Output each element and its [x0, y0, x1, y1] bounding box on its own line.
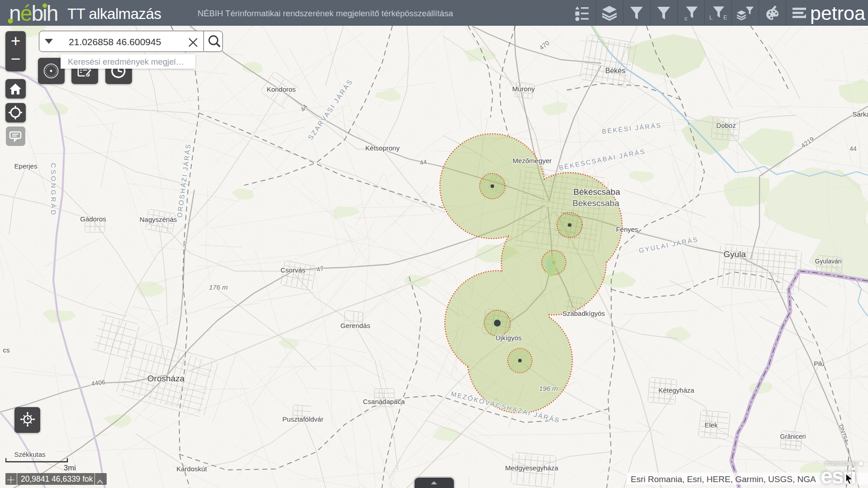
- svg-text:Mezőmegyer: Mezőmegyer: [513, 157, 552, 164]
- svg-text:Gádoros: Gádoros: [80, 215, 106, 223]
- svg-text:Gerendás: Gerendás: [340, 322, 370, 329]
- svg-text:Eperjes: Eperjes: [14, 162, 38, 170]
- svg-text:Nagyszénás: Nagyszénás: [140, 216, 177, 223]
- svg-text:Csorvás: Csorvás: [280, 266, 305, 274]
- svg-text:L: L: [709, 14, 712, 21]
- svg-text:E: E: [723, 14, 727, 21]
- svg-text:Orosháza: Orosháza: [147, 374, 185, 383]
- svg-text:Gyulavári: Gyulavári: [815, 258, 841, 265]
- svg-text:Gyula: Gyula: [723, 249, 746, 259]
- svg-text:Bekescsaba: Bekescsaba: [572, 198, 619, 208]
- svg-text:nébih: nébih: [9, 1, 57, 25]
- svg-text:Murony: Murony: [512, 85, 535, 93]
- svg-text:Kondoros: Kondoros: [267, 85, 296, 93]
- svg-text:Pilu: Pilu: [814, 360, 824, 367]
- svg-text:44: 44: [419, 158, 427, 166]
- svg-text:Kétegyháza: Kétegyháza: [658, 386, 694, 394]
- svg-text:196 m: 196 m: [539, 385, 558, 392]
- svg-text:Fényes: Fényes: [616, 225, 638, 233]
- svg-text:Sarka: Sarka: [852, 110, 868, 118]
- svg-text:c: c: [684, 15, 688, 22]
- svg-text:Békés: Békés: [605, 67, 625, 75]
- svg-text:Csanádapáca: Csanádapáca: [363, 398, 405, 405]
- svg-text:Pusztaföldvár: Pusztaföldvár: [283, 415, 324, 423]
- svg-text:44: 44: [849, 145, 857, 152]
- svg-text:176 m: 176 m: [209, 283, 228, 291]
- svg-text:Kétsoprony: Kétsoprony: [365, 144, 400, 152]
- svg-text:Szabadkígyós: Szabadkígyós: [562, 310, 605, 317]
- svg-text:Medgyesegyháza: Medgyesegyháza: [505, 464, 558, 472]
- svg-text:Újkígyós: Újkígyós: [495, 334, 522, 342]
- svg-text:Békéscsaba: Békéscsaba: [573, 187, 620, 197]
- svg-text:Grăniceri: Grăniceri: [780, 433, 806, 440]
- svg-text:Doboz: Doboz: [716, 122, 736, 129]
- svg-text:Kardoskút: Kardoskút: [176, 465, 207, 473]
- svg-text:Székkutas: Székkutas: [14, 450, 45, 458]
- svg-text:cs: cs: [3, 346, 10, 354]
- svg-text:Elek: Elek: [704, 421, 718, 429]
- svg-text:CSONGRÁD: CSONGRÁD: [50, 163, 57, 217]
